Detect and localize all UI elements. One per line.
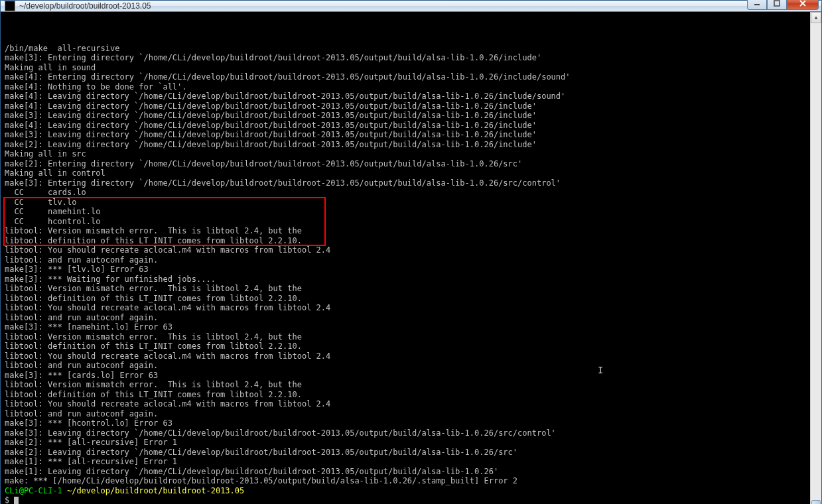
terminal-line: make[2]: *** [all-recursive] Error 1 (5, 438, 810, 448)
terminal-line: make[1]: Leaving directory `/home/CLi/de… (5, 467, 810, 477)
terminal-line: make[2]: Entering directory `/home/CLi/d… (5, 159, 810, 169)
terminal-line: make[3]: Leaving directory `/home/CLi/de… (5, 428, 810, 438)
block-cursor (14, 497, 19, 504)
terminal-line: make[3]: *** [hcontrol.lo] Error 63 (5, 418, 810, 428)
maximize-button[interactable] (767, 0, 787, 10)
terminal-line: libtool: Version mismatch error. This is… (5, 380, 810, 390)
minimize-icon (754, 0, 760, 7)
terminal-line: libtool: definition of this LT_INIT come… (5, 390, 810, 400)
terminal-line: make[3]: Leaving directory `/home/CLi/de… (5, 130, 810, 140)
prompt-path: ~/develop/buildroot/buildroot-2013.05 (67, 486, 244, 495)
terminal-line: libtool: and run autoconf again. (5, 255, 810, 265)
app-icon (5, 1, 15, 11)
terminal-line: make[4]: Leaving directory `/home/CLi/de… (5, 121, 810, 131)
terminal-line: make[3]: Entering directory `/home/CLi/d… (5, 178, 810, 188)
prompt-line[interactable]: CLi@PC-CLI-1 ~/develop/buildroot/buildro… (5, 486, 810, 496)
terminal-line: CC tlv.lo (5, 198, 810, 208)
window-controls (747, 0, 819, 10)
close-icon (799, 0, 807, 7)
terminal-line: make[4]: Nothing to be done for `all'. (5, 82, 810, 92)
minimize-button[interactable] (747, 0, 767, 10)
svg-rect-1 (774, 1, 780, 6)
svg-rect-0 (754, 4, 760, 5)
terminal-line: make[3]: *** [tlv.lo] Error 63 (5, 265, 810, 275)
vertical-scrollbar[interactable]: ▲ ▼ (810, 12, 821, 504)
terminal-line: libtool: and run autoconf again. (5, 409, 810, 419)
terminal-line: Making all in sound (5, 63, 810, 73)
terminal-line: CC cards.lo (5, 188, 810, 198)
terminal-output[interactable]: /bin/make all-recursivemake[3]: Entering… (1, 12, 810, 504)
terminal-line: libtool: Version mismatch error. This is… (5, 332, 810, 342)
app-window: ~/develop/buildroot/buildroot-2013.05 /b… (0, 0, 822, 504)
terminal-line: make[4]: Leaving directory `/home/CLi/de… (5, 92, 810, 101)
terminal-line: libtool: and run autoconf again. (5, 361, 810, 371)
terminal-line: libtool: You should recreate aclocal.m4 … (5, 351, 810, 361)
terminal-line: libtool: You should recreate aclocal.m4 … (5, 399, 810, 409)
terminal-line: libtool: definition of this LT_INIT come… (5, 342, 810, 351)
scroll-track[interactable] (811, 23, 821, 504)
terminal-line: CC namehint.lo (5, 207, 810, 217)
prompt-symbol: $ (5, 495, 9, 504)
client-area: /bin/make all-recursivemake[3]: Entering… (1, 12, 821, 504)
terminal-line: make[2]: Leaving directory `/home/CLi/de… (5, 448, 810, 458)
terminal-line: libtool: Version mismatch error. This is… (5, 284, 810, 294)
prompt-input-line[interactable]: $ (5, 495, 810, 504)
titlebar[interactable]: ~/develop/buildroot/buildroot-2013.05 (1, 1, 821, 12)
terminal-line: libtool: Version mismatch error. This is… (5, 226, 810, 236)
scroll-up-button[interactable]: ▲ (811, 12, 821, 23)
terminal-line: make[4]: Leaving directory `/home/CLi/de… (5, 101, 810, 111)
terminal-line: libtool: definition of this LT_INIT come… (5, 294, 810, 304)
terminal-line: make[1]: *** [all-recursive] Error 1 (5, 457, 810, 467)
terminal-line: make[3]: Entering directory `/home/CLi/d… (5, 53, 810, 63)
terminal-line: CC hcontrol.lo (5, 217, 810, 227)
close-button[interactable] (787, 0, 819, 10)
prompt-user: CLi@PC-CLI-1 (5, 486, 62, 495)
terminal-line: make: *** [/home/CLi/develop/buildroot/b… (5, 476, 810, 486)
window-title: ~/develop/buildroot/buildroot-2013.05 (19, 1, 747, 11)
terminal-line: libtool: You should recreate aclocal.m4 … (5, 245, 810, 255)
terminal-line: /bin/make all-recursive (5, 44, 810, 54)
scroll-thumb[interactable] (811, 500, 821, 504)
terminal-line: Making all in control (5, 168, 810, 178)
terminal-line: libtool: You should recreate aclocal.m4 … (5, 303, 810, 313)
terminal-line: make[2]: Leaving directory `/home/CLi/de… (5, 140, 810, 150)
terminal-line: libtool: and run autoconf again. (5, 313, 810, 323)
terminal-line: make[3]: *** Waiting for unfinished jobs… (5, 275, 810, 284)
terminal-line: libtool: definition of this LT_INIT come… (5, 236, 810, 246)
maximize-icon (774, 0, 780, 7)
terminal-line: make[4]: Entering directory `/home/CLi/d… (5, 72, 810, 82)
terminal-line: make[3]: Leaving directory `/home/CLi/de… (5, 111, 810, 121)
terminal-line: make[3]: *** [cards.lo] Error 63 (5, 371, 810, 381)
terminal-line: make[3]: *** [namehint.lo] Error 63 (5, 322, 810, 332)
terminal-line: Making all in src (5, 149, 810, 159)
